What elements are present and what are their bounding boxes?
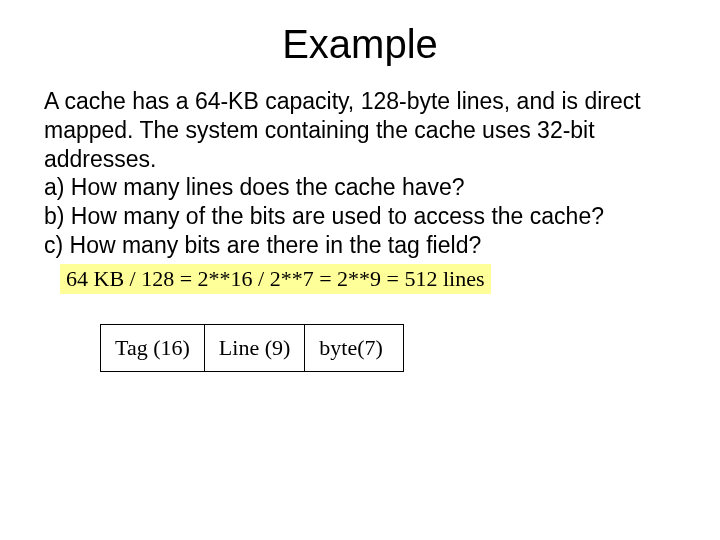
byte-field: byte(7) — [305, 324, 404, 372]
question-b: b) How many of the bits are used to acce… — [44, 203, 604, 229]
page-title: Example — [0, 0, 720, 67]
problem-text: A cache has a 64-KB capacity, 128-byte l… — [0, 67, 720, 260]
calculation-highlight: 64 KB / 128 = 2**16 / 2**7 = 2**9 = 512 … — [60, 264, 491, 294]
question-c: c) How many bits are there in the tag fi… — [44, 232, 481, 258]
slide: Example A cache has a 64-KB capacity, 12… — [0, 0, 720, 540]
line-field: Line (9) — [205, 324, 305, 372]
problem-intro: A cache has a 64-KB capacity, 128-byte l… — [44, 88, 641, 172]
tag-field: Tag (16) — [100, 324, 205, 372]
question-a: a) How many lines does the cache have? — [44, 174, 465, 200]
address-fields: Tag (16) Line (9) byte(7) — [100, 324, 720, 372]
